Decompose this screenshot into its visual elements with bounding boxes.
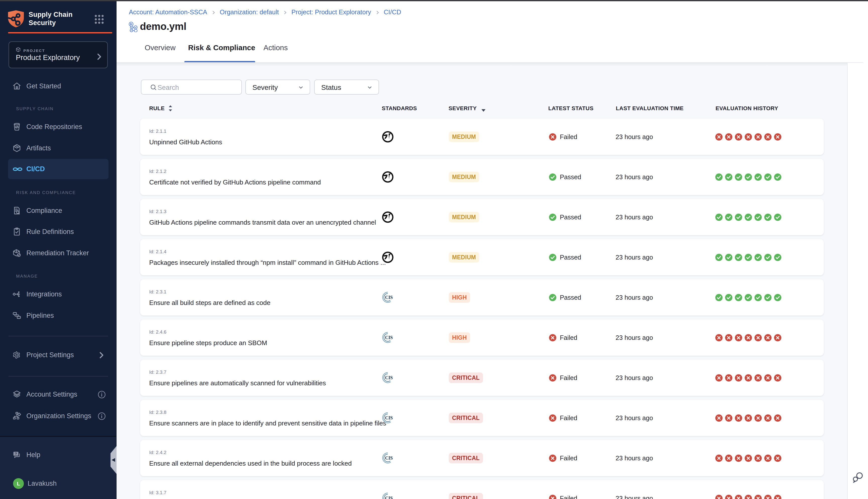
svg-text:CIS: CIS <box>385 455 393 461</box>
svg-text:CIS: CIS <box>385 496 393 499</box>
svg-text:CIS: CIS <box>385 335 393 340</box>
svg-text:?: ? <box>15 452 17 455</box>
svg-text:CIS: CIS <box>385 415 393 421</box>
svg-text:CIS: CIS <box>385 375 393 380</box>
svg-text:CIS: CIS <box>385 295 393 300</box>
